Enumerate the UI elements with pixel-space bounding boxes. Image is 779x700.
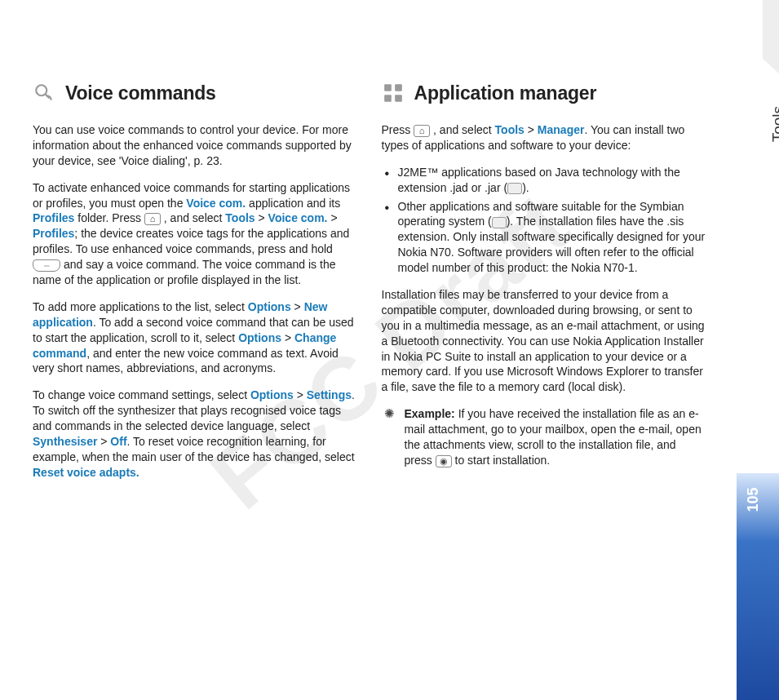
voice-commands-heading: Voice commands [33, 82, 357, 104]
link-voice-com: Voice com. [186, 197, 246, 210]
installation-transfer-paragraph: Installation files may be transferred to… [382, 287, 706, 395]
menu-key-icon: ⌂ [144, 213, 161, 225]
voice-commands-title: Voice commands [65, 82, 216, 104]
link-voice-com-2: Voice com. [268, 211, 328, 224]
hint-icon: ✺ [382, 406, 398, 480]
app-types-list: J2ME™ applications based on Java technol… [382, 165, 706, 276]
link-tools-2: Tools [495, 123, 524, 136]
jar-file-icon [507, 183, 522, 194]
voice-intro-paragraph: You can use voice commands to control yo… [33, 122, 357, 169]
page-number: 105 [745, 484, 762, 516]
sis-file-icon [492, 217, 507, 228]
voice-settings-paragraph: To change voice command settings, select… [33, 388, 357, 480]
section-label: Tools [769, 106, 779, 142]
svg-rect-1 [384, 84, 392, 91]
app-manager-heading: Application manager [382, 82, 706, 104]
joystick-press-icon: ◉ [436, 455, 452, 467]
link-off: Off [110, 435, 126, 448]
application-manager-icon [382, 82, 405, 104]
page-corner-fold [763, 0, 779, 73]
list-item-symbian: Other applications and software suitable… [382, 199, 706, 276]
right-softkey-icon: ⏤ [33, 259, 60, 272]
svg-rect-4 [395, 95, 402, 102]
link-profiles-2: Profiles [33, 227, 74, 240]
svg-rect-2 [395, 84, 402, 91]
link-options-3: Options [250, 388, 294, 401]
example-block: ✺ Example: If you have received the inst… [382, 406, 706, 480]
app-manager-intro: Press ⌂ , and select Tools > Manager. Yo… [382, 122, 706, 153]
link-reset-voice-adapts: Reset voice adapts. [33, 466, 139, 479]
link-profiles: Profiles [33, 211, 74, 224]
voice-add-app-paragraph: To add more applications to the list, se… [33, 299, 357, 376]
page-content: Voice commands You can use voice command… [33, 41, 706, 635]
link-options-1: Options [248, 300, 291, 313]
list-item-j2me: J2ME™ applications based on Java technol… [382, 165, 706, 196]
voice-activate-paragraph: To activate enhanced voice commands for … [33, 180, 357, 288]
link-manager: Manager [538, 123, 585, 136]
voice-commands-icon [33, 82, 55, 104]
example-text: Example: If you have received the instal… [405, 406, 706, 468]
link-settings: Settings [307, 388, 352, 401]
example-label: Example: [405, 407, 458, 420]
link-tools: Tools [225, 211, 255, 224]
side-tab-bar: 105 [737, 473, 779, 700]
right-column: Application manager Press ⌂ , and select… [382, 82, 706, 492]
app-manager-title: Application manager [414, 82, 597, 104]
svg-rect-3 [384, 95, 392, 102]
link-options-2: Options [238, 331, 281, 344]
link-synthesiser: Synthesiser [33, 435, 97, 448]
side-tab: Tools 105 [737, 73, 779, 700]
menu-key-icon: ⌂ [414, 125, 430, 137]
left-column: Voice commands You can use voice command… [33, 82, 357, 492]
